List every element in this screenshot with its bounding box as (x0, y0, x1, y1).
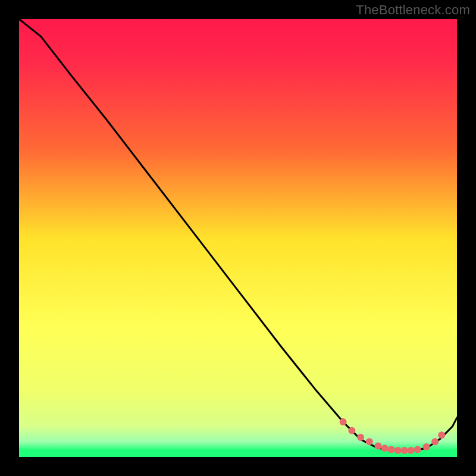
plot-background (19, 19, 457, 457)
highlight-dot (348, 427, 355, 434)
highlight-dot (408, 447, 415, 454)
highlight-dot (375, 443, 382, 450)
highlight-dot (401, 447, 408, 454)
highlight-dot (340, 418, 347, 425)
chart-canvas (0, 0, 476, 476)
highlight-dot (388, 446, 395, 453)
watermark-text: TheBottleneck.com (356, 2, 470, 18)
chart-frame: TheBottleneck.com (0, 0, 476, 476)
highlight-dot (381, 444, 389, 452)
highlight-dot (431, 438, 439, 445)
highlight-dot (423, 443, 430, 450)
highlight-dot (394, 447, 402, 454)
highlight-dot (366, 438, 373, 445)
highlight-dot (357, 434, 364, 441)
highlight-dot (414, 446, 421, 453)
highlight-dot (438, 431, 445, 439)
